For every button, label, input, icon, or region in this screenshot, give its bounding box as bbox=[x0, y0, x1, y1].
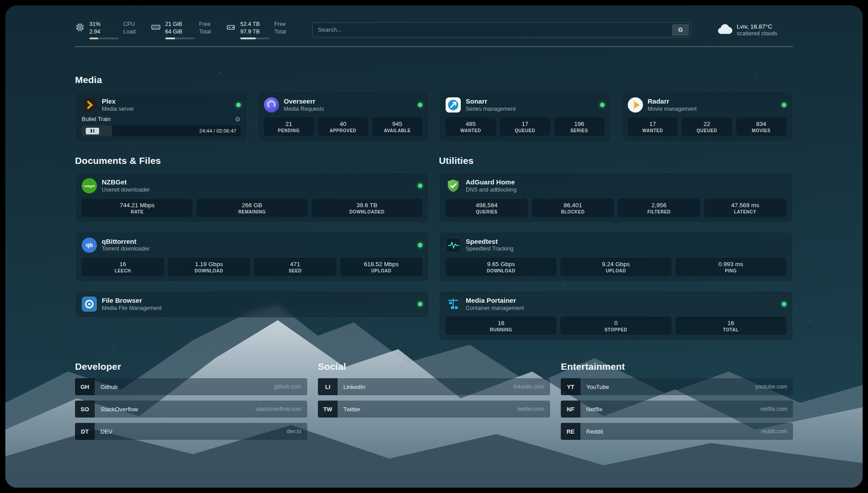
bookmark-abbr: LI bbox=[318, 378, 338, 395]
bookmark-netflix[interactable]: NF Netflix netflix.com bbox=[561, 401, 793, 418]
top-bar: 31% 2.94 CPU Load bbox=[75, 5, 793, 39]
service-card-speedtest[interactable]: Speedtest Speedtest Tracking 9.65 Gbps D… bbox=[439, 232, 793, 282]
bookmark-abbr: NF bbox=[561, 401, 580, 418]
stat-rate: 744.21 Mbps RATE bbox=[82, 199, 192, 217]
stat-pending: 21 PENDING bbox=[264, 117, 314, 136]
disk-icon bbox=[226, 22, 236, 34]
stat-remaining: 266 GB REMAINING bbox=[196, 199, 307, 217]
memory-icon bbox=[151, 22, 161, 34]
service-card-radarr[interactable]: Radarr Movie management 17 WANTED 22 QUE… bbox=[621, 92, 793, 142]
service-subtitle: Speedtest Tracking bbox=[466, 246, 513, 253]
disk-progress-bar bbox=[240, 38, 270, 39]
bookmark-abbr: DT bbox=[75, 423, 95, 440]
disk-total: 97.9 TB bbox=[240, 28, 270, 36]
service-card-filebrowser[interactable]: File Browser Media File Management bbox=[75, 291, 429, 318]
qbittorrent-icon: qb bbox=[82, 238, 97, 253]
stat-queued: 17 QUEUED bbox=[500, 117, 551, 136]
section-title-utilities: Utilities bbox=[439, 155, 793, 166]
bookmark-abbr: YT bbox=[561, 378, 580, 395]
stat-latency: 47.569 ms LATENCY bbox=[704, 199, 786, 217]
stat-upload: 9.24 Gbps UPLOAD bbox=[560, 258, 671, 276]
section-social: Social LI LinkedIn linkedin.com TW Twitt… bbox=[318, 361, 550, 440]
bookmark-linkedin[interactable]: LI LinkedIn linkedin.com bbox=[318, 378, 550, 395]
service-name: AdGuard Home bbox=[466, 178, 517, 187]
cpu-load: 2.94 bbox=[89, 28, 119, 36]
service-card-portainer[interactable]: Media Portainer Container management 16 … bbox=[439, 291, 793, 341]
pause-button[interactable] bbox=[86, 128, 99, 134]
service-name: qBittorrent bbox=[102, 238, 150, 246]
status-indicator bbox=[600, 103, 605, 107]
search-bar[interactable]: G bbox=[312, 22, 691, 38]
stat-queries: 498,564 QUERIES bbox=[446, 199, 528, 217]
radarr-icon bbox=[628, 97, 643, 113]
service-card-nzbget[interactable]: nzbget NZBGet Usenet downloader 744.21 M… bbox=[75, 172, 429, 222]
stat-downloaded: 39.6 TB DOWNLOADED bbox=[312, 199, 422, 217]
settings-gear-icon[interactable]: ⚙ bbox=[235, 116, 241, 122]
service-card-plex[interactable]: Plex Media server Bullet Train ⚙ 24:44 /… bbox=[75, 92, 247, 142]
service-name: NZBGet bbox=[102, 178, 150, 187]
section-title-social: Social bbox=[318, 361, 550, 372]
ram-labels: Free Total bbox=[199, 21, 211, 36]
disk-labels: Free Total bbox=[274, 21, 286, 36]
section-title-developer: Developer bbox=[75, 361, 307, 372]
service-card-sonarr[interactable]: Sonarr Series management 485 WANTED 17 Q… bbox=[439, 92, 611, 142]
plex-icon bbox=[82, 97, 97, 113]
stat-wanted: 17 WANTED bbox=[628, 117, 678, 136]
plex-player-bar[interactable]: 24:44 / 02:06:47 bbox=[82, 125, 241, 136]
stat-series: 196 SERIES bbox=[554, 117, 605, 136]
weather-location: Lviv, 16.87°C bbox=[737, 23, 777, 30]
service-subtitle: Torrent downloader bbox=[102, 246, 150, 253]
stat-movies: 834 MOVIES bbox=[736, 117, 787, 136]
status-indicator bbox=[236, 103, 241, 107]
service-name: File Browser bbox=[102, 297, 162, 305]
service-card-overseerr[interactable]: Overseerr Media Requests 21 PENDING 40 A… bbox=[257, 92, 430, 142]
stat-blocked: 86,401 BLOCKED bbox=[532, 199, 614, 217]
bookmark-dev[interactable]: DT DEV dev.to bbox=[75, 423, 307, 440]
nzbget-icon: nzbget bbox=[82, 178, 97, 193]
disk-widget: 52.4 TB 97.9 TB Free Total bbox=[226, 21, 286, 39]
search-provider-button[interactable]: G bbox=[672, 24, 689, 36]
service-name: Radarr bbox=[648, 97, 697, 106]
section-developer: Developer GH Github github.com SO StackO… bbox=[75, 361, 307, 440]
ram-total: 64 GiB bbox=[165, 28, 195, 36]
dashboard-screen: 31% 2.94 CPU Load bbox=[5, 5, 863, 488]
disk-free: 52.4 TB bbox=[240, 21, 270, 28]
ram-widget: 21 GiB 64 GiB Free Total bbox=[151, 21, 211, 39]
snow-specks bbox=[5, 5, 6, 6]
status-indicator bbox=[418, 103, 422, 107]
bookmark-abbr: TW bbox=[318, 401, 338, 418]
bookmark-twitter[interactable]: TW Twitter twitter.com bbox=[318, 401, 550, 418]
ram-progress-bar bbox=[165, 38, 195, 39]
service-card-adguard[interactable]: AdGuard Home DNS and adblocking 498,564 … bbox=[439, 172, 793, 222]
stat-wanted: 485 WANTED bbox=[446, 117, 496, 136]
bookmark-abbr: RE bbox=[561, 423, 580, 440]
bookmark-youtube[interactable]: YT YouTube youtube.com bbox=[561, 378, 793, 395]
search-input[interactable] bbox=[318, 26, 672, 33]
resource-widgets: 31% 2.94 CPU Load bbox=[75, 21, 286, 39]
bookmark-stackoverflow[interactable]: SO StackOverflow stackoverflow.com bbox=[75, 401, 307, 418]
service-name: Media Portainer bbox=[466, 297, 524, 305]
section-entertainment: Entertainment YT YouTube youtube.com NF … bbox=[561, 361, 793, 440]
section-title-media: Media bbox=[75, 75, 793, 85]
service-subtitle: Media Requests bbox=[284, 106, 324, 113]
service-subtitle: Series management bbox=[466, 106, 516, 113]
status-indicator bbox=[418, 243, 422, 247]
service-card-qbittorrent[interactable]: qb qBittorrent Torrent downloader 16 bbox=[75, 232, 429, 282]
service-name: Plex bbox=[102, 97, 134, 106]
bookmark-github[interactable]: GH Github github.com bbox=[75, 378, 307, 395]
overseerr-icon bbox=[264, 97, 279, 113]
bookmark-reddit[interactable]: RE Reddit reddit.com bbox=[561, 423, 793, 440]
service-name: Speedtest bbox=[466, 238, 513, 246]
stat-seed: 471 SEED bbox=[254, 258, 336, 276]
stat-upload: 618.52 Mbps UPLOAD bbox=[340, 258, 422, 276]
bookmark-abbr: SO bbox=[75, 401, 95, 418]
stat-total: 16 TOTAL bbox=[676, 317, 786, 335]
adguard-icon bbox=[446, 178, 461, 193]
stat-stopped: 0 STOPPED bbox=[560, 317, 671, 335]
cpu-icon bbox=[75, 22, 85, 34]
service-name: Sonarr bbox=[466, 97, 516, 106]
section-title-entertainment: Entertainment bbox=[561, 361, 793, 372]
weather-condition: scattered clouds bbox=[737, 30, 777, 37]
stat-download: 1.19 Gbps DOWNLOAD bbox=[168, 258, 250, 276]
service-subtitle: DNS and adblocking bbox=[466, 187, 517, 194]
